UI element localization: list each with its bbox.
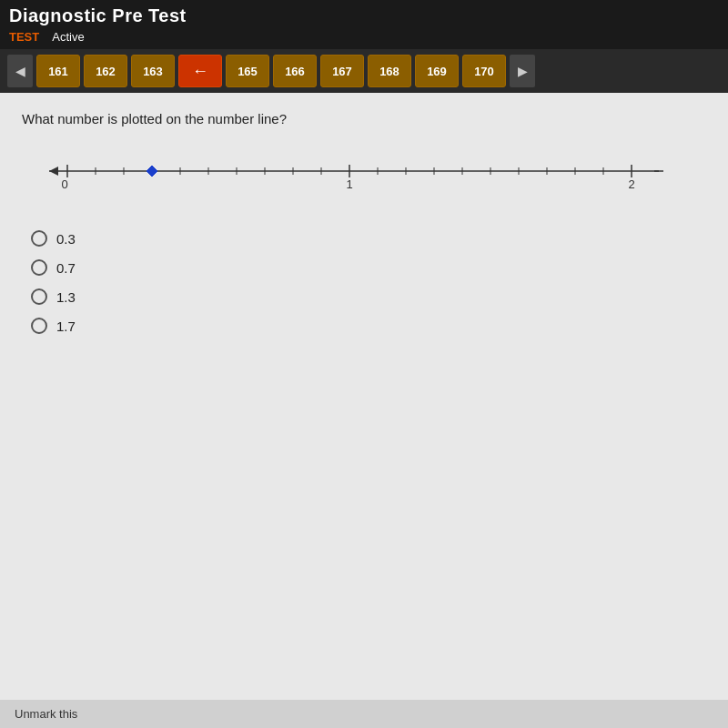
bottom-bar: Unmark this xyxy=(0,700,728,728)
option-row-4[interactable]: 1.7 xyxy=(31,318,706,334)
svg-marker-27 xyxy=(147,166,157,177)
nav-btn-165[interactable]: 165 xyxy=(226,55,269,87)
nav-btn-163[interactable]: 163 xyxy=(131,55,175,87)
question-nav: ◀ 161 162 163 ← 165 166 167 168 169 170 … xyxy=(0,49,728,93)
radio-1-7[interactable] xyxy=(31,318,47,334)
status-test: TEST xyxy=(9,30,39,44)
option-row-2[interactable]: 0.7 xyxy=(31,259,706,276)
answer-options: 0.3 0.7 1.3 1.7 xyxy=(31,230,706,334)
nav-btn-169[interactable]: 169 xyxy=(415,55,459,87)
next-arrow-button[interactable]: ▶ xyxy=(510,55,535,87)
nav-btn-168[interactable]: 168 xyxy=(368,55,411,87)
nav-btn-167[interactable]: 167 xyxy=(320,55,364,87)
svg-text:2: 2 xyxy=(628,177,634,191)
svg-marker-1 xyxy=(49,167,58,176)
status-active: Active xyxy=(52,30,84,44)
radio-1-3[interactable] xyxy=(31,288,47,305)
question-text: What number is plotted on the number lin… xyxy=(22,111,706,126)
top-bar: Diagnostic Pre Test xyxy=(0,0,728,30)
page-title: Diagnostic Pre Test xyxy=(9,5,187,26)
radio-0-7[interactable] xyxy=(31,259,47,276)
nav-btn-170[interactable]: 170 xyxy=(462,55,506,87)
number-line-container: 0 1 2 xyxy=(31,148,706,203)
option-label-4: 1.7 xyxy=(56,318,76,334)
radio-0-3[interactable] xyxy=(31,230,47,247)
prev-arrow-button[interactable]: ◀ xyxy=(7,55,33,87)
option-row-1[interactable]: 0.3 xyxy=(31,230,706,247)
option-row-3[interactable]: 1.3 xyxy=(31,288,706,305)
option-label-3: 1.3 xyxy=(56,289,76,305)
svg-text:1: 1 xyxy=(346,177,352,191)
content-area: What number is plotted on the number lin… xyxy=(0,93,728,712)
svg-text:0: 0 xyxy=(61,177,67,191)
option-label-2: 0.7 xyxy=(56,260,76,276)
option-label-1: 0.3 xyxy=(56,231,76,247)
nav-btn-166[interactable]: 166 xyxy=(273,55,317,87)
nav-btn-back[interactable]: ← xyxy=(178,55,222,87)
nav-btn-161[interactable]: 161 xyxy=(36,55,80,87)
number-line-svg: 0 1 2 xyxy=(31,148,668,194)
unmark-label[interactable]: Unmark this xyxy=(15,707,77,721)
nav-btn-162[interactable]: 162 xyxy=(84,55,127,87)
